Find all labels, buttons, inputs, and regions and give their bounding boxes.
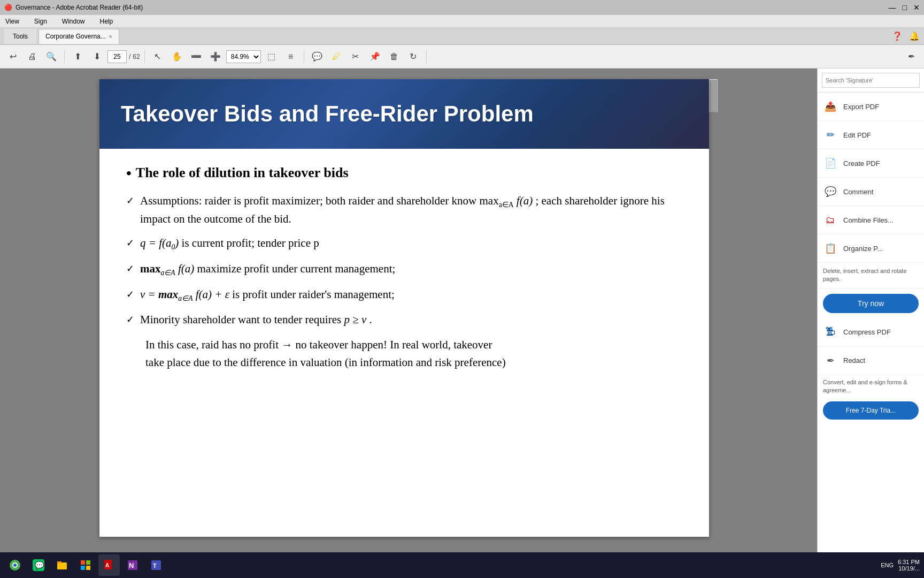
comment-label: Comment [843, 188, 873, 196]
close-btn[interactable]: ✕ [913, 3, 920, 12]
highlight-button[interactable]: 🖊 [328, 48, 345, 65]
hand-tool-button[interactable]: ✋ [168, 48, 186, 65]
taskbar-teams[interactable]: T [145, 554, 167, 576]
free-trial-button[interactable]: Free 7-Day Tria... [823, 401, 919, 420]
pdf-scrollbar[interactable] [709, 79, 718, 112]
comment-button[interactable]: 💬 [309, 48, 326, 65]
fill-sign-button[interactable]: ✒ [903, 48, 920, 65]
panel-description: Delete, insert, extract and rotate pages… [818, 263, 924, 288]
toolbar-separator-2 [144, 50, 145, 63]
edit-pdf-label: Edit PDF [843, 131, 871, 139]
toolbar-separator-3 [304, 50, 304, 63]
menu-view[interactable]: View [2, 17, 22, 26]
title-bar: 🔴 Governance - Adobe Acrobat Reader (64-… [0, 0, 924, 15]
checkmark-1: ✓ [126, 194, 136, 208]
try-now-button[interactable]: Try now [823, 294, 919, 313]
redact-label: Redact [843, 356, 865, 364]
organize-pages-icon: 📋 [823, 241, 838, 256]
panel-search-input[interactable] [822, 73, 920, 88]
taskbar-start[interactable] [75, 554, 96, 576]
combine-files-icon: 🗂 [823, 212, 838, 227]
panel-item-organize[interactable]: 📋 Organize P... [818, 234, 924, 263]
panel-item-export[interactable]: 📤 Export PDF [818, 93, 924, 121]
total-pages: 62 [133, 53, 140, 60]
zoom-dropdown[interactable]: 84.9% 50% 75% 100% 125% 150% [226, 50, 261, 63]
slide-content: • The role of dilution in takeover bids … [99, 149, 709, 396]
date-display: 10/19/... [898, 565, 920, 572]
create-pdf-icon: 📄 [823, 156, 838, 171]
taskbar-chrome[interactable] [4, 554, 26, 576]
sub-bullet-5: ✓ Minority shareholder want to tender re… [126, 311, 682, 329]
svg-text:💬: 💬 [35, 561, 44, 570]
taskbar-acrobat[interactable]: A [98, 554, 120, 576]
marquee-zoom-button[interactable]: ⬚ [263, 48, 280, 65]
tab-close-icon[interactable]: × [109, 34, 112, 40]
pdf-area[interactable]: Takeover Bids and Free-Rider Problem • T… [0, 69, 817, 552]
stamp-button[interactable]: 📌 [366, 48, 383, 65]
svg-rect-6 [57, 561, 61, 564]
svg-rect-10 [86, 566, 90, 570]
app-icon: 🔴 [4, 4, 12, 11]
rotate-button[interactable]: ↻ [405, 48, 422, 65]
notifications-icon[interactable]: 🔔 [909, 31, 920, 41]
sys-tray: ENG [881, 562, 894, 568]
zoom-in-button[interactable]: ➕ [207, 48, 224, 65]
organize-pages-label: Organize P... [843, 245, 883, 253]
panel-item-combine[interactable]: 🗂 Combine Files... [818, 206, 924, 234]
print-button[interactable]: 🖨 [24, 48, 41, 65]
checkmark-3: ✓ [126, 262, 136, 276]
prev-page-button[interactable]: ⬆ [69, 48, 86, 65]
tools-label: Tools [13, 33, 28, 40]
redact-tool-button[interactable]: ✂ [347, 48, 364, 65]
svg-rect-7 [81, 560, 85, 565]
menu-sign[interactable]: Sign [31, 17, 50, 26]
checkmark-5: ✓ [126, 313, 136, 327]
page-number-input[interactable]: 25 [107, 50, 127, 63]
find-button[interactable]: 🔍 [43, 48, 60, 65]
menu-window[interactable]: Window [59, 17, 88, 26]
scroll-thumb[interactable] [710, 80, 717, 112]
menu-help[interactable]: Help [97, 17, 117, 26]
tab-tools[interactable]: Tools [4, 29, 36, 44]
panel-item-comment[interactable]: 💬 Comment [818, 178, 924, 206]
pdf-page: Takeover Bids and Free-Rider Problem • T… [99, 79, 709, 537]
doc-tab-label: Corporate Governa... [45, 33, 106, 40]
minimize-btn[interactable]: — [889, 3, 896, 12]
panel-item-redact[interactable]: ✒ Redact [818, 347, 924, 375]
panel-item-edit[interactable]: ✏ Edit PDF [818, 121, 924, 149]
taskbar-wechat[interactable]: 💬 [28, 554, 49, 576]
tab-document[interactable]: Corporate Governa... × [38, 29, 119, 44]
tab-bar: Tools Corporate Governa... × ❓ 🔔 [0, 28, 924, 45]
main-bullet: • The role of dilution in takeover bids [126, 165, 682, 182]
panel-search [818, 69, 924, 93]
sub-bullet-4: ✓ v = maxa∈A f(a) + ε is profit under ra… [126, 286, 682, 305]
delete-button[interactable]: 🗑 [386, 48, 403, 65]
select-cursor-button[interactable]: ↖ [149, 48, 166, 65]
back-button[interactable]: ↩ [4, 48, 21, 65]
redact-icon: ✒ [823, 353, 838, 368]
panel-item-create[interactable]: 📄 Create PDF [818, 149, 924, 178]
taskbar-onenote[interactable]: N [122, 554, 143, 576]
combine-files-label: Combine Files... [843, 216, 894, 224]
toolbar: ↩ 🖨 🔍 ⬆ ⬇ 25 / 62 ↖ ✋ ➖ ➕ 84.9% 50% 75% … [0, 45, 924, 69]
toolbar-separator-4 [426, 50, 427, 63]
export-pdf-label: Export PDF [843, 103, 879, 111]
help-icon[interactable]: ❓ [892, 31, 903, 41]
sub-bullet-3: ✓ maxa∈A f(a) maximize profit under curr… [126, 261, 682, 279]
maximize-btn[interactable]: □ [903, 3, 907, 12]
compress-pdf-label: Compress PDF [843, 328, 891, 336]
scrolling-button[interactable]: ≡ [282, 48, 299, 65]
bullet-3-text: maxa∈A f(a) maximize profit under curren… [140, 261, 395, 279]
taskbar: 💬 A N T ENG 6:31 PM 10/19/... [0, 552, 924, 578]
next-page-button[interactable]: ⬇ [88, 48, 105, 65]
slide-title: Takeover Bids and Free-Rider Problem [121, 101, 534, 127]
slide-header: Takeover Bids and Free-Rider Problem [99, 79, 709, 149]
checkmark-2: ✓ [126, 236, 136, 250]
panel-item-compress[interactable]: 🗜 Compress PDF [818, 318, 924, 347]
keyboard-layout: ENG [881, 562, 894, 568]
bullet-1-text: Assumptions: raider is profit maximizer;… [140, 193, 682, 227]
zoom-out-button[interactable]: ➖ [188, 48, 205, 65]
edit-pdf-icon: ✏ [823, 127, 838, 142]
svg-point-2 [13, 564, 17, 567]
taskbar-explorer[interactable] [51, 554, 73, 576]
